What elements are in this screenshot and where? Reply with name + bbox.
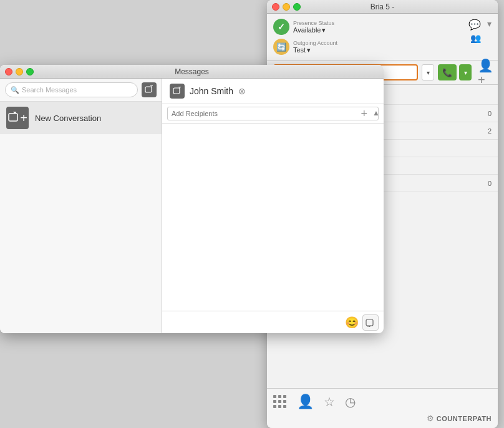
counterpath-symbol: ⚙ bbox=[427, 414, 434, 423]
sidebar-search-row: 🔍 Search Messages bbox=[0, 79, 162, 102]
minimize-button[interactable] bbox=[283, 3, 290, 11]
outgoing-section: 🔄 Outgoing Account Test ▾ bbox=[273, 39, 462, 55]
presence-icon: ✓ bbox=[273, 19, 289, 35]
recipients-input[interactable] bbox=[167, 107, 379, 120]
messages-sidebar: 🔍 Search Messages bbox=[0, 79, 162, 333]
messages-title: Messages bbox=[175, 67, 209, 76]
add-contact-area: 👤+ bbox=[478, 64, 492, 80]
chat-add-button[interactable] bbox=[170, 84, 185, 99]
presence-label: Presence Status bbox=[293, 20, 334, 26]
svg-rect-0 bbox=[145, 87, 152, 92]
msg-close-button[interactable] bbox=[5, 68, 12, 75]
counterpath-text: COUNTERPATH bbox=[437, 415, 492, 422]
outgoing-icon: 🔄 bbox=[273, 39, 289, 55]
presence-value[interactable]: Available ▾ bbox=[293, 26, 334, 34]
call-dropdown[interactable]: ▾ bbox=[459, 64, 472, 80]
bria-toolbar: ✓ Presence Status Available ▾ 🔄 Outgoing… bbox=[267, 14, 498, 61]
history-icon[interactable]: ◷ bbox=[345, 394, 356, 409]
search-box[interactable]: 🔍 Search Messages bbox=[5, 82, 138, 97]
outgoing-label: Outgoing Account bbox=[293, 40, 337, 46]
call-button[interactable]: 📞 bbox=[438, 64, 457, 80]
favorites-icon[interactable]: ☆ bbox=[324, 394, 335, 409]
add-recipient-icon[interactable]: + bbox=[361, 107, 367, 120]
messages-body: 🔍 Search Messages bbox=[0, 79, 384, 333]
chat-header-left: John Smith ⊗ bbox=[170, 84, 246, 99]
chat-header: John Smith ⊗ bbox=[162, 79, 384, 104]
bria-title: Bria 5 - bbox=[371, 2, 395, 11]
chat-input-row: 😊 bbox=[162, 311, 384, 333]
messages-main: John Smith ⊗ + ▲ 😊 bbox=[162, 79, 384, 333]
dialpad-icon[interactable] bbox=[273, 395, 287, 409]
msg-traffic-lights bbox=[5, 68, 34, 75]
contacts-icon[interactable]: 👤 bbox=[297, 394, 314, 410]
svg-rect-3 bbox=[9, 114, 17, 121]
outgoing-info: Outgoing Account Test ▾ bbox=[293, 40, 337, 54]
chat-close-icon[interactable]: ⊗ bbox=[238, 86, 246, 96]
outgoing-value[interactable]: Test ▾ bbox=[293, 46, 337, 54]
chat-area bbox=[162, 124, 384, 311]
svg-rect-8 bbox=[173, 88, 180, 94]
people-icon[interactable]: 👥 bbox=[470, 33, 481, 43]
counterpath-logo: ⚙ COUNTERPATH bbox=[273, 414, 492, 423]
bria-titlebar: Bria 5 - bbox=[267, 0, 498, 14]
recipients-row: + ▲ bbox=[162, 104, 384, 124]
svg-rect-11 bbox=[366, 319, 373, 326]
send-button[interactable] bbox=[362, 314, 379, 331]
conversation-avatar: + bbox=[6, 107, 29, 129]
messages-window: Messages 🔍 Search Messages bbox=[0, 65, 384, 333]
chat-recipient-name: John Smith bbox=[190, 86, 233, 96]
emoji-button[interactable]: 😊 bbox=[345, 316, 359, 329]
bria-nav-icons: 👤 ☆ ◷ bbox=[273, 394, 492, 410]
chat-icon[interactable]: 💬 bbox=[468, 19, 481, 31]
bria-bottom-nav: 👤 ☆ ◷ ⚙ COUNTERPATH bbox=[267, 388, 498, 428]
chat-input[interactable] bbox=[167, 314, 341, 331]
search-placeholder: Search Messages bbox=[22, 86, 77, 94]
search-icon: 🔍 bbox=[11, 86, 19, 94]
conversation-item[interactable]: + New Conversation bbox=[0, 102, 162, 134]
conversation-name: New Conversation bbox=[35, 114, 101, 123]
new-message-button[interactable] bbox=[142, 82, 157, 97]
presence-section: ✓ Presence Status Available ▾ bbox=[273, 19, 462, 35]
collapse-icon[interactable]: ▲ bbox=[372, 110, 380, 117]
messages-titlebar: Messages bbox=[0, 65, 384, 79]
msg-minimize-button[interactable] bbox=[16, 68, 23, 75]
traffic-lights bbox=[272, 3, 301, 11]
close-button[interactable] bbox=[272, 3, 279, 11]
dropdown-arrow-icon[interactable]: ▾ bbox=[487, 19, 492, 29]
dial-dropdown[interactable]: ▾ bbox=[422, 64, 434, 80]
maximize-button[interactable] bbox=[293, 3, 301, 11]
presence-info: Presence Status Available ▾ bbox=[293, 20, 334, 34]
msg-maximize-button[interactable] bbox=[26, 68, 34, 75]
add-contact-icon[interactable]: 👤+ bbox=[478, 58, 493, 87]
